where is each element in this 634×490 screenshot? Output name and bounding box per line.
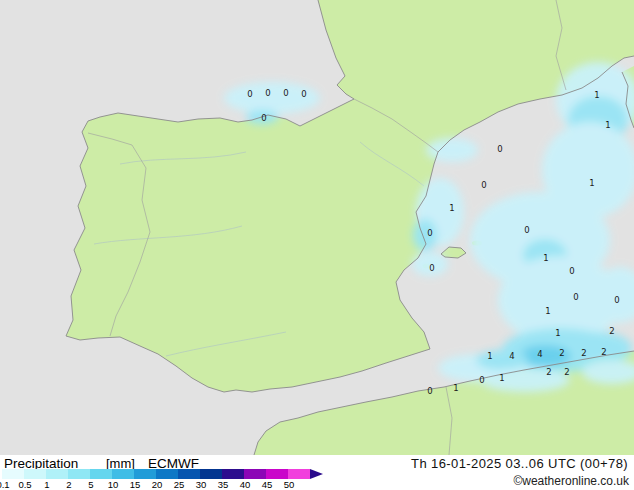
colorbar-tick-label: 35 <box>212 479 234 490</box>
colorbar-segment <box>46 469 68 479</box>
precip-value-label: 0 <box>573 292 578 302</box>
colorbar-arrow <box>310 469 323 479</box>
colorbar-segment <box>222 469 244 479</box>
precip-value-label: 1 <box>555 328 560 338</box>
colorbar-tick-label: 0.5 <box>14 479 36 490</box>
colorbar-segment <box>266 469 288 479</box>
colorbar-tick-label: 25 <box>168 479 190 490</box>
colorbar-tick-label: 0.1 <box>0 479 14 490</box>
colorbar-segment <box>134 469 156 479</box>
precip-value-label: 2 <box>609 326 614 336</box>
precip-value-label: 0 <box>301 89 306 99</box>
precip-value-label: 0 <box>427 228 432 238</box>
precip-value-label: 4 <box>537 349 542 359</box>
map-area: 000001100110001001012144222012210 <box>0 0 634 455</box>
colorbar-segment <box>112 469 134 479</box>
precip-value-label: 0 <box>569 266 574 276</box>
colorbar-tick-label: 40 <box>234 479 256 490</box>
colorbar-tick-label: 1 <box>36 479 58 490</box>
precip-colorbar <box>2 469 323 479</box>
precip-value-label: 1 <box>543 253 548 263</box>
precip-value-label: 0 <box>247 89 252 99</box>
legend-bar: Precipitation [mm] ECMWF Th 16-01-2025 0… <box>0 455 634 490</box>
legend-datetime: Th 16-01-2025 03..06 UTC (00+78) <box>411 456 628 471</box>
precip-value-label: 0 <box>614 295 619 305</box>
precip-value-label: 0 <box>497 144 502 154</box>
precip-value-label: 0 <box>479 375 484 385</box>
precipitation-area <box>426 138 478 162</box>
colorbar-segment <box>288 469 310 479</box>
colorbar-tick-label: 15 <box>124 479 146 490</box>
colorbar-segment <box>90 469 112 479</box>
colorbar-segment <box>200 469 222 479</box>
weather-map-screenshot: 000001100110001001012144222012210 Precip… <box>0 0 634 490</box>
colorbar-tick-label: 20 <box>146 479 168 490</box>
colorbar-tick-label: 45 <box>256 479 278 490</box>
colorbar-tick-label: 2 <box>58 479 80 490</box>
precipitation-area <box>480 368 570 392</box>
copyright-text: ©weatheronline.co.uk <box>513 474 629 488</box>
precip-value-label: 2 <box>601 347 606 357</box>
colorbar-segment <box>178 469 200 479</box>
precip-value-label: 0 <box>427 386 432 396</box>
precip-value-label: 1 <box>453 383 458 393</box>
colorbar-segment <box>2 469 24 479</box>
colorbar-tick-label: 10 <box>102 479 124 490</box>
precip-value-label: 1 <box>487 351 492 361</box>
precip-value-label: 1 <box>449 203 454 213</box>
colorbar-segment <box>68 469 90 479</box>
colorbar-segment <box>24 469 46 479</box>
colorbar-tick-label: 50 <box>278 479 300 490</box>
precip-value-label: 2 <box>546 367 551 377</box>
precip-value-label: 0 <box>283 88 288 98</box>
precip-value-label: 0 <box>265 88 270 98</box>
precip-value-label: 1 <box>594 90 599 100</box>
precip-value-label: 2 <box>581 348 586 358</box>
colorbar-segment <box>156 469 178 479</box>
colorbar-tick-label: 5 <box>80 479 102 490</box>
precip-value-label: 4 <box>509 351 514 361</box>
precip-value-label: 1 <box>499 373 504 383</box>
precip-value-label: 1 <box>545 306 550 316</box>
weather-map: 000001100110001001012144222012210 <box>0 0 634 455</box>
precipitation-area <box>568 332 632 364</box>
precip-value-label: 2 <box>564 367 569 377</box>
precip-value-label: 0 <box>261 113 266 123</box>
precipitation-area <box>476 350 528 370</box>
precip-value-label: 2 <box>559 348 564 358</box>
precip-value-label: 0 <box>481 180 486 190</box>
precip-value-label: 0 <box>524 225 529 235</box>
precip-value-label: 0 <box>429 263 434 273</box>
colorbar-ticks: 0.10.5125101520253035404550 <box>0 479 300 490</box>
precip-value-label: 1 <box>589 178 594 188</box>
precip-value-label: 1 <box>605 120 610 130</box>
colorbar-segment <box>244 469 266 479</box>
colorbar-tick-label: 30 <box>190 479 212 490</box>
